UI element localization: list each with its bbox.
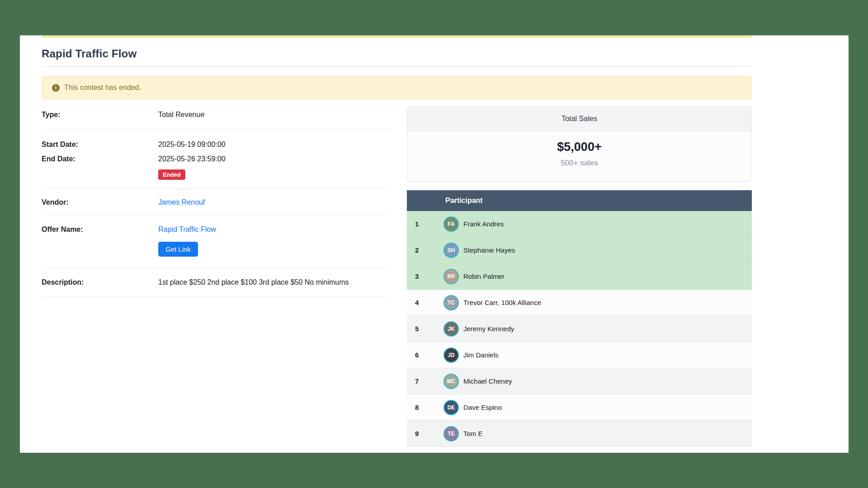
participant-rank: 7 <box>407 377 443 385</box>
leaderboard-row: 1FAFrank Andres <box>407 211 752 237</box>
participant-rank: 1 <box>407 220 443 228</box>
participant-name: Robin Palmer <box>463 272 505 280</box>
total-sales-count: 500+ sales <box>407 159 751 168</box>
participant-rank: 2 <box>407 246 443 254</box>
alert-text: This contest has ended. <box>64 84 141 92</box>
participant-name: Stephanie Hayes <box>463 246 515 254</box>
detail-row-dates: Start Date: End Date: 2025-05-19 09:00:0… <box>42 130 388 189</box>
leaderboard-row: 4TCTrevor Carr, 100k Alliance <box>407 290 752 316</box>
participant-rank: 6 <box>407 351 443 359</box>
two-column-layout: Type: Total Revenue Start Date: End Date… <box>42 99 752 447</box>
desktop-background: Rapid Traffic Flow i This contest has en… <box>0 0 868 488</box>
total-sales-header: Total Sales <box>407 107 751 131</box>
participant-avatar: JK <box>443 321 459 337</box>
participant-column-header: Participant <box>407 190 752 211</box>
participant-rows: 1FAFrank Andres2SHStephanie Hayes3RPRobi… <box>407 211 752 447</box>
participant-avatar: FA <box>443 216 459 232</box>
participant-name: Jim Daniels <box>463 351 499 359</box>
offer-name-label: Offer Name: <box>42 223 158 257</box>
leaderboard-row: 7MCMichael Cheney <box>407 368 752 394</box>
date-labels: Start Date: End Date: <box>42 138 158 180</box>
vendor-link[interactable]: James Renouf <box>158 198 205 206</box>
leaderboard-row: 3RPRobin Palmer <box>407 263 752 290</box>
get-link-button[interactable]: Get Link <box>158 242 198 257</box>
leaderboard-panel: Total Sales $5,000+ 500+ sales Participa… <box>407 99 752 447</box>
end-date-value: 2025-05-26 23:59:00 <box>158 153 226 165</box>
participant-avatar: TE <box>443 426 459 441</box>
page-title: Rapid Traffic Flow <box>42 47 752 60</box>
participant-avatar: TC <box>443 295 459 310</box>
vendor-label: Vendor: <box>42 196 158 208</box>
type-label: Type: <box>42 108 158 121</box>
leaderboard-row: 2SHStephanie Hayes <box>407 237 752 263</box>
participant-rank: 3 <box>407 272 443 280</box>
participant-name: Dave Espino <box>463 404 502 411</box>
leaderboard-row: 9TETom E <box>407 421 752 447</box>
title-divider <box>42 66 752 67</box>
participant-avatar: RP <box>443 269 459 284</box>
browser-viewport: Rapid Traffic Flow i This contest has en… <box>20 35 849 453</box>
detail-row-description: Description: 1st place $250 2nd place $1… <box>42 268 388 297</box>
total-sales-amount: $5,000+ <box>407 140 751 154</box>
leaderboard-row: 5JKJeremy Kennedy <box>407 316 752 342</box>
participant-avatar: MC <box>443 374 459 389</box>
participant-rank: 4 <box>407 299 443 306</box>
content-container: Rapid Traffic Flow i This contest has en… <box>42 47 752 447</box>
end-date-label: End Date: <box>42 153 158 165</box>
detail-row-type: Type: Total Revenue <box>42 99 388 130</box>
participant-name: Trevor Carr, 100k Alliance <box>463 299 541 306</box>
detail-row-vendor: Vendor: James Renouf <box>42 189 388 216</box>
participant-name: Michael Cheney <box>463 377 512 385</box>
date-values: 2025-05-19 09:00:00 2025-05-26 23:59:00 … <box>158 138 226 180</box>
participant-avatar: JD <box>443 347 459 363</box>
start-date-label: Start Date: <box>42 138 158 150</box>
contest-details-panel: Type: Total Revenue Start Date: End Date… <box>42 99 388 297</box>
contest-ended-alert: i This contest has ended. <box>42 76 752 99</box>
participant-rank: 9 <box>407 430 443 437</box>
participant-avatar: SH <box>443 243 459 258</box>
leaderboard-row: 8DEDave Espino <box>407 394 752 421</box>
detail-row-offer: Offer Name: Rapid Traffic Flow Get Link <box>42 216 388 268</box>
info-icon: i <box>52 84 60 92</box>
participant-name: Jeremy Kennedy <box>463 325 514 333</box>
description-label: Description: <box>42 276 158 288</box>
offer-name-link[interactable]: Rapid Traffic Flow <box>158 225 216 233</box>
scrolled-banner-edge <box>42 36 752 38</box>
type-value: Total Revenue <box>158 108 204 121</box>
total-sales-body: $5,000+ 500+ sales <box>407 131 751 181</box>
participant-name: Frank Andres <box>463 220 504 228</box>
total-sales-card: Total Sales $5,000+ 500+ sales <box>407 106 752 182</box>
status-badge: Ended <box>158 169 185 180</box>
participant-name: Tom E <box>463 430 483 437</box>
description-value: 1st place $250 2nd place $100 3rd place … <box>158 276 349 288</box>
participant-table: Participant 1FAFrank Andres2SHStephanie … <box>407 190 752 447</box>
participant-avatar: DE <box>443 400 459 415</box>
start-date-value: 2025-05-19 09:00:00 <box>158 138 226 150</box>
leaderboard-row: 6JDJim Daniels <box>407 342 752 368</box>
participant-rank: 5 <box>407 325 443 333</box>
participant-rank: 8 <box>407 404 443 411</box>
